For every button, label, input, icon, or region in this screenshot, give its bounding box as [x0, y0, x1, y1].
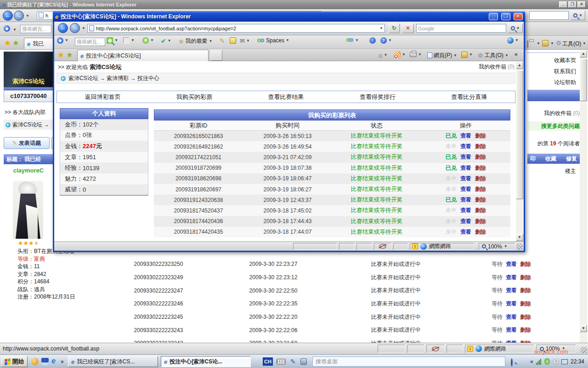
- menu-link[interactable]: 查看比分直播: [424, 93, 515, 101]
- quicklaunch-chevron-icon[interactable]: »: [61, 358, 64, 365]
- forward-button[interactable]: →: [14, 11, 24, 21]
- dropdown-icon[interactable]: ▼: [114, 38, 118, 43]
- new-tab-stub[interactable]: [210, 50, 222, 61]
- view-link[interactable]: 查看: [460, 153, 471, 161]
- history-dropdown-icon[interactable]: ▼: [82, 26, 85, 31]
- tab-betting-center[interactable]: e 投注中心[索沛CS论坛]: [77, 50, 209, 61]
- inbox-link[interactable]: 我的收件箱 (0): [479, 63, 514, 71]
- delete-link[interactable]: 删除: [520, 339, 531, 343]
- home-icon[interactable]: ⌂: [379, 52, 382, 59]
- quick-link[interactable]: 收藏本页: [554, 57, 576, 64]
- menu-link[interactable]: 查看得奖排行: [332, 93, 423, 101]
- view-link[interactable]: 查看: [506, 300, 517, 308]
- dropdown-icon[interactable]: ▼: [168, 39, 171, 43]
- post-tool-link[interactable]: 修复: [566, 155, 577, 163]
- add-favorite-icon[interactable]: ★: [67, 51, 73, 58]
- dropdown-icon[interactable]: ▼: [469, 52, 473, 57]
- delete-link[interactable]: 删除: [475, 218, 486, 225]
- pen-input-icon[interactable]: ✎: [290, 358, 296, 365]
- view-link[interactable]: 查看: [506, 326, 517, 334]
- close-button[interactable]: ✕: [514, 13, 523, 20]
- scroll-down-icon[interactable]: ▼: [580, 325, 587, 332]
- quick-link[interactable]: 论坛帮助: [554, 79, 576, 86]
- dropdown-icon[interactable]: ▼: [515, 38, 519, 43]
- keyboard-icon[interactable]: [277, 359, 286, 364]
- spaces-menu[interactable]: Spaces▼: [257, 37, 289, 44]
- tools-dropdown-icon[interactable]: ▼: [582, 41, 586, 46]
- restore-button[interactable]: ❐: [568, 1, 577, 8]
- antenna-icon[interactable]: [544, 358, 550, 365]
- delete-link[interactable]: 删除: [520, 287, 531, 294]
- author-username[interactable]: claymoreC: [4, 167, 53, 174]
- address-bar[interactable]: http://www.sorpack.com/vit_football.asp?…: [87, 24, 385, 33]
- new-topic-button[interactable]: ✎ 发表话题: [4, 137, 50, 149]
- favorites-star-icon[interactable]: ★: [5, 39, 11, 46]
- monitor-icon[interactable]: [561, 359, 568, 364]
- signal-bars-icon[interactable]: [536, 358, 542, 365]
- web-search-input[interactable]: 搜尋網頁...: [20, 25, 51, 33]
- picture-tool-icon[interactable]: [300, 358, 307, 365]
- tools-menu[interactable]: 工具(O): [562, 40, 581, 48]
- toolbar-logo-icon[interactable]: ◆: [4, 25, 10, 32]
- address-dropdown-icon[interactable]: ▼: [379, 26, 383, 31]
- search-go-button[interactable]: ▼: [571, 11, 585, 20]
- favorites-star-icon[interactable]: ★: [58, 51, 64, 58]
- dropdown-icon[interactable]: ▼: [388, 38, 392, 43]
- view-link[interactable]: 查看: [460, 143, 471, 150]
- view-link[interactable]: 查看: [460, 218, 471, 225]
- dropdown-icon[interactable]: ▼: [131, 38, 135, 43]
- page-menu[interactable]: 網頁(P)▼: [427, 52, 457, 59]
- language-indicator[interactable]: CH: [263, 357, 273, 366]
- picture-icon[interactable]: [542, 40, 548, 46]
- scroll-up-icon[interactable]: ▲: [516, 62, 523, 69]
- view-link[interactable]: 查看: [460, 164, 471, 172]
- quicklaunch-save-icon[interactable]: [41, 358, 49, 365]
- history-dropdown-icon[interactable]: ▼: [26, 14, 29, 18]
- add-icon[interactable]: +: [142, 37, 149, 44]
- search-field[interactable]: [529, 11, 569, 20]
- forward-button[interactable]: →: [70, 23, 80, 33]
- desktop-search-icon[interactable]: [511, 358, 513, 367]
- highlight-icon[interactable]: [230, 37, 236, 44]
- print-icon[interactable]: [410, 52, 417, 57]
- view-link[interactable]: 查看: [460, 207, 471, 214]
- scroll-down-icon[interactable]: ▼: [516, 234, 523, 241]
- delete-link[interactable]: 删除: [520, 274, 531, 282]
- check-flag-icon[interactable]: ✔: [161, 37, 166, 45]
- stop-button[interactable]: ✕: [402, 23, 414, 33]
- tools-menu[interactable]: ⚙工具(O)▼: [478, 52, 509, 59]
- picture-icon[interactable]: [461, 52, 468, 58]
- back-button[interactable]: ←: [3, 11, 13, 21]
- web-search-input[interactable]: 搜尋網頁...: [75, 38, 105, 46]
- delete-link[interactable]: 删除: [475, 185, 486, 193]
- dropdown-icon[interactable]: ▼: [418, 52, 422, 57]
- delete-link[interactable]: 删除: [475, 207, 486, 214]
- delete-link[interactable]: 删除: [475, 132, 486, 140]
- mail-icon[interactable]: ✉: [240, 37, 245, 44]
- upload-icon[interactable]: ↑: [369, 37, 376, 44]
- delete-link[interactable]: 删除: [520, 326, 531, 334]
- view-link[interactable]: 查看: [460, 228, 471, 236]
- help-icon[interactable]: ?: [380, 37, 387, 44]
- toolbar-logo-icon[interactable]: ◆: [57, 37, 63, 44]
- view-link[interactable]: 查看: [506, 339, 517, 343]
- favorites-menu[interactable]: ★我的最愛▼: [178, 37, 212, 45]
- tab-background-page[interactable]: e 我已: [24, 38, 54, 49]
- search-button[interactable]: [107, 37, 113, 44]
- quick-link[interactable]: 联系我们: [554, 68, 576, 75]
- view-link[interactable]: 查看: [506, 274, 517, 282]
- dropdown-icon[interactable]: ▼: [355, 38, 359, 43]
- taskbar-button-background-window[interactable]: e 我已经疯狂了[索沛CS...: [68, 356, 158, 367]
- minimize-button[interactable]: _: [559, 1, 567, 8]
- quicklaunch-clock-icon[interactable]: [31, 358, 39, 365]
- menu-link[interactable]: 返回博彩首页: [57, 93, 148, 101]
- contacts-icon[interactable]: [346, 37, 354, 43]
- view-link[interactable]: 查看: [460, 196, 471, 204]
- screenshot-icon[interactable]: [123, 37, 130, 44]
- sidebar-breadcrumb[interactable]: ▸ 索沛CS论坛 →: [4, 120, 53, 130]
- delete-link[interactable]: 删除: [475, 143, 486, 150]
- view-link[interactable]: 查看: [506, 313, 517, 321]
- picture-dropdown-icon[interactable]: ▼: [550, 41, 554, 46]
- desktop-search-input[interactable]: 搜尋桌面: [312, 356, 505, 367]
- search-go-button[interactable]: ▼: [508, 23, 523, 33]
